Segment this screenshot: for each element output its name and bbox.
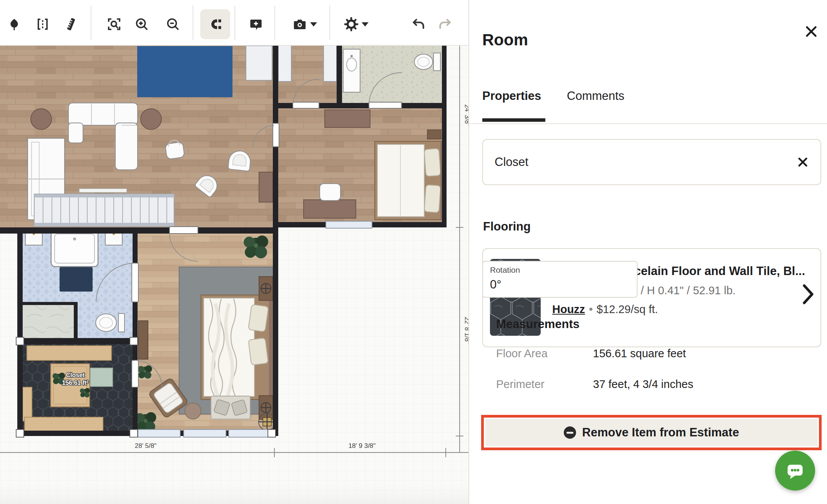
- rotation-field[interactable]: Rotation 0°: [482, 261, 638, 298]
- zoom-in-icon[interactable]: [127, 9, 157, 39]
- rotation-label: Rotation: [490, 265, 520, 275]
- svg-text:28' 5/8": 28' 5/8": [135, 442, 157, 449]
- add-comment-icon[interactable]: [241, 9, 271, 39]
- perimeter-value: 37 feet, 4 3/4 inches: [593, 378, 693, 391]
- chevron-right-icon: [801, 284, 814, 307]
- remove-item-from-estimate-button[interactable]: Remove Item from Estimate: [485, 419, 817, 446]
- active-tab-underline: [482, 118, 545, 122]
- toolbar-divider: [193, 5, 193, 40]
- redo-button[interactable]: [430, 9, 460, 39]
- svg-text:22' 8 1/8": 22' 8 1/8": [463, 317, 468, 344]
- ruler-icon[interactable]: [56, 9, 86, 39]
- undo-button[interactable]: [404, 9, 433, 39]
- chevron-down-icon: [310, 22, 317, 27]
- room-name-input[interactable]: [494, 155, 794, 169]
- flooring-heading: Flooring: [483, 220, 531, 234]
- room-name-field[interactable]: [482, 139, 821, 185]
- measurements-heading: Measurements: [496, 317, 580, 331]
- floorplan-canvas[interactable]: Closet 156.61 ft² 28' 5/8" 18' 9 3/8" 24…: [0, 45, 468, 504]
- svg-text:Closet: Closet: [66, 372, 85, 378]
- camera-menu-button[interactable]: [284, 9, 326, 39]
- toolbar-divider: [234, 5, 235, 40]
- settings-gear-button[interactable]: [335, 9, 377, 39]
- tab-divider: [469, 123, 827, 124]
- landscape-tool-icon[interactable]: [0, 9, 29, 39]
- chat-fab-button[interactable]: [775, 451, 815, 491]
- svg-text:18' 9 3/8": 18' 9 3/8": [349, 442, 376, 449]
- clear-name-icon[interactable]: [794, 154, 811, 171]
- living-room-rug: [137, 46, 232, 97]
- room-properties-panel: Room Properties Comments Flooring: [468, 0, 827, 504]
- panel-title: Room: [482, 31, 528, 49]
- toolbar-divider: [329, 5, 330, 40]
- svg-text:156.61 ft²: 156.61 ft²: [62, 380, 88, 386]
- flooring-vendor-price: Houzz•$12.29/sq ft.: [552, 303, 790, 316]
- minus-circle-icon: [564, 426, 576, 439]
- floor-area-label: Floor Area: [496, 347, 548, 360]
- vendor-link[interactable]: Houzz: [552, 303, 585, 315]
- annotation-highlight-box: Remove Item from Estimate: [481, 415, 822, 450]
- zoom-to-fit-icon[interactable]: [99, 9, 129, 39]
- flooring-price: $12.29/sq ft.: [597, 303, 658, 315]
- tab-properties[interactable]: Properties: [482, 89, 541, 103]
- svg-text:24' 3/8": 24' 3/8": [463, 104, 468, 126]
- floor-planner-app: Closet 156.61 ft² 28' 5/8" 18' 9 3/8" 24…: [0, 0, 827, 504]
- snap-magnet-icon[interactable]: [200, 9, 230, 39]
- rotation-value: 0°: [490, 278, 502, 292]
- toolbar-divider: [274, 5, 275, 40]
- zoom-out-icon[interactable]: [158, 9, 188, 39]
- close-panel-button[interactable]: [802, 22, 820, 41]
- dimension-brackets-icon[interactable]: [28, 9, 58, 39]
- floor-area-value: 156.61 square feet: [593, 347, 686, 360]
- perimeter-label: Perimeter: [496, 378, 545, 391]
- toolbar-divider: [91, 5, 91, 40]
- nightstand: [259, 277, 273, 300]
- toolbar: [0, 0, 468, 46]
- chevron-down-icon: [362, 22, 369, 27]
- tab-comments[interactable]: Comments: [567, 89, 624, 103]
